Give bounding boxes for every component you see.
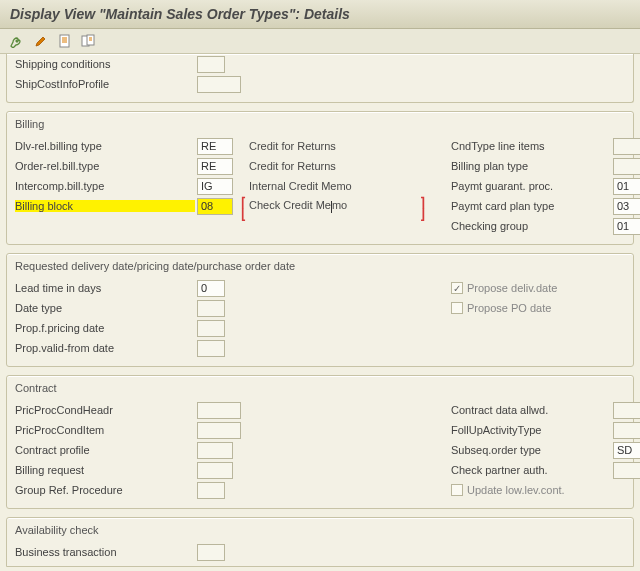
contract-profile-input[interactable] <box>197 442 233 459</box>
follup-input[interactable] <box>613 422 640 439</box>
prop-valid-row: Prop.valid-from date <box>15 338 625 358</box>
dlv-rel-desc: Credit for Returns <box>249 140 449 152</box>
brush-icon[interactable] <box>32 32 50 50</box>
billing-block-label: Billing block <box>15 200 195 212</box>
paymt-card-label: Paymt card plan type <box>451 200 611 212</box>
order-rel-row: Order-rel.bill.type Credit for Returns B… <box>15 156 625 176</box>
checking-group-label: Checking group <box>451 220 611 232</box>
prop-valid-label: Prop.valid-from date <box>15 342 195 354</box>
pricproc-head-row: PricProcCondHeadr Contract data allwd. <box>15 400 625 420</box>
pricproc-item-input[interactable] <box>197 422 241 439</box>
page-icon[interactable] <box>56 32 74 50</box>
contract-data-label: Contract data allwd. <box>451 404 611 416</box>
order-rel-label: Order-rel.bill.type <box>15 160 195 172</box>
dlv-rel-label: Dlv-rel.billing type <box>15 140 195 152</box>
pricproc-head-input[interactable] <box>197 402 241 419</box>
business-trans-row: Business transaction <box>15 542 625 562</box>
cndtype-label: CndType line items <box>451 140 611 152</box>
business-trans-label: Business transaction <box>15 546 195 558</box>
lead-time-row: Lead time in days ✓Propose deliv.date <box>15 278 625 298</box>
intercomp-input[interactable] <box>197 178 233 195</box>
order-rel-desc: Credit for Returns <box>249 160 449 172</box>
group-ref-label: Group Ref. Procedure <box>15 484 195 496</box>
prop-valid-input[interactable] <box>197 340 225 357</box>
shipcost-info-row: ShipCostInfoProfile <box>15 74 625 94</box>
shipcost-info-label: ShipCostInfoProfile <box>15 78 195 90</box>
subseq-label: Subseq.order type <box>451 444 611 456</box>
lead-time-label: Lead time in days <box>15 282 195 294</box>
shipping-conditions-input[interactable] <box>197 56 225 73</box>
billing-block-desc: ⌉⌊Check Credit Memo <box>249 199 449 212</box>
prop-pricing-row: Prop.f.pricing date <box>15 318 625 338</box>
propose-po-check[interactable]: Propose PO date <box>451 302 611 314</box>
paymt-guarant-label: Paymt guarant. proc. <box>451 180 611 192</box>
page-title: Display View "Maintain Sales Order Types… <box>0 0 640 29</box>
checking-group-input[interactable] <box>613 218 640 235</box>
intercomp-desc: Internal Credit Memo <box>249 180 449 192</box>
shipping-conditions-label: Shipping conditions <box>15 58 195 70</box>
availability-title: Availability check <box>15 522 625 542</box>
intercomp-row: Intercomp.bill.type Internal Credit Memo… <box>15 176 625 196</box>
tool-icon[interactable] <box>8 32 26 50</box>
requested-group: Requested delivery date/pricing date/pur… <box>6 253 634 367</box>
billing-title: Billing <box>15 116 625 136</box>
shipping-conditions-row: Shipping conditions <box>15 54 625 74</box>
contract-profile-row: Contract profile Subseq.order type <box>15 440 625 460</box>
contract-profile-label: Contract profile <box>15 444 195 456</box>
toolbar <box>0 29 640 54</box>
prop-pricing-label: Prop.f.pricing date <box>15 322 195 334</box>
content-area: Shipping conditions ShipCostInfoProfile … <box>0 54 640 571</box>
billing-request-label: Billing request <box>15 464 195 476</box>
subseq-input[interactable] <box>613 442 640 459</box>
billing-plan-label: Billing plan type <box>451 160 611 172</box>
paymt-guarant-input[interactable] <box>613 178 640 195</box>
billing-block-row: Billing block ⌉⌊Check Credit Memo Paymt … <box>15 196 625 216</box>
requested-title: Requested delivery date/pricing date/pur… <box>15 258 625 278</box>
contract-title: Contract <box>15 380 625 400</box>
order-rel-input[interactable] <box>197 158 233 175</box>
date-type-input[interactable] <box>197 300 225 317</box>
propose-deliv-check[interactable]: ✓Propose deliv.date <box>451 282 611 294</box>
check-partner-label: Check partner auth. <box>451 464 611 476</box>
paymt-card-input[interactable] <box>613 198 640 215</box>
group-ref-input[interactable] <box>197 482 225 499</box>
contract-group: Contract PricProcCondHeadr Contract data… <box>6 375 634 509</box>
dlv-rel-input[interactable] <box>197 138 233 155</box>
copy-icon[interactable] <box>80 32 98 50</box>
business-trans-input[interactable] <box>197 544 225 561</box>
check-partner-input[interactable] <box>613 462 640 479</box>
pricproc-head-label: PricProcCondHeadr <box>15 404 195 416</box>
update-lowlev-check[interactable]: Update low.lev.cont. <box>451 484 611 496</box>
billing-group: Billing Dlv-rel.billing type Credit for … <box>6 111 634 245</box>
lead-time-input[interactable] <box>197 280 225 297</box>
follup-label: FollUpActivityType <box>451 424 611 436</box>
date-type-row: Date type Propose PO date <box>15 298 625 318</box>
svg-rect-0 <box>60 35 69 47</box>
dlv-rel-row: Dlv-rel.billing type Credit for Returns … <box>15 136 625 156</box>
availability-group: Availability check Business transaction <box>6 517 634 567</box>
billing-request-input[interactable] <box>197 462 233 479</box>
pricproc-item-row: PricProcCondItem FollUpActivityType <box>15 420 625 440</box>
date-type-label: Date type <box>15 302 195 314</box>
cndtype-input[interactable] <box>613 138 640 155</box>
group-ref-row: Group Ref. Procedure Update low.lev.cont… <box>15 480 625 500</box>
contract-data-input[interactable] <box>613 402 640 419</box>
billing-plan-input[interactable] <box>613 158 640 175</box>
prop-pricing-input[interactable] <box>197 320 225 337</box>
billing-request-row: Billing request Check partner auth. <box>15 460 625 480</box>
shipping-group: Shipping conditions ShipCostInfoProfile <box>6 54 634 103</box>
intercomp-label: Intercomp.bill.type <box>15 180 195 192</box>
shipcost-info-input[interactable] <box>197 76 241 93</box>
pricproc-item-label: PricProcCondItem <box>15 424 195 436</box>
checking-group-row: Checking group <box>15 216 625 236</box>
billing-block-input[interactable] <box>197 198 233 215</box>
